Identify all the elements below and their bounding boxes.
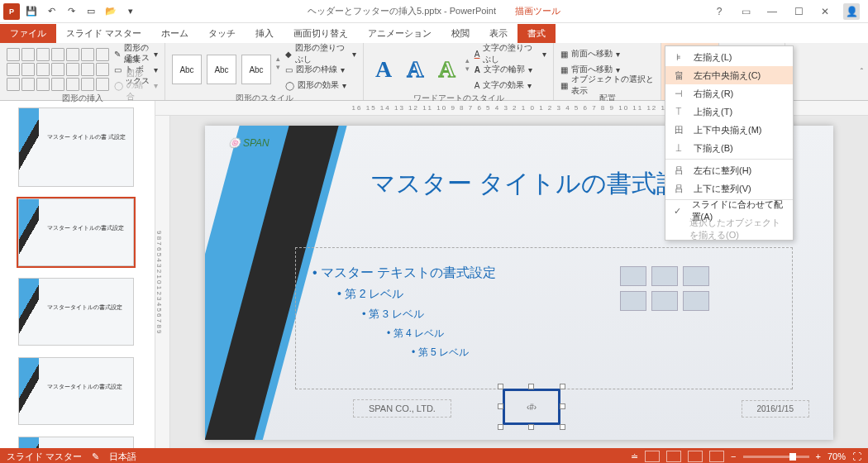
distribute-v-item[interactable]: 吕上下に整列(V) [665,179,793,198]
tab-format[interactable]: 書式 [517,24,556,43]
undo-icon[interactable]: ↶ [43,3,60,20]
zoom-level[interactable]: 70% [827,451,846,461]
tab-review[interactable]: 校閲 [441,24,479,43]
master-thumb-1[interactable]: マスター タイトルの書 式設定 [18,107,134,187]
text-fill-button[interactable]: A 文字の塗りつぶし ▾ [475,46,546,61]
ribbon-tabs: ファイル スライド マスター ホーム タッチ 挿入 画面切り替え アニメーション… [0,23,868,43]
tab-animations[interactable]: アニメーション [358,24,441,43]
smartart-icon[interactable] [683,266,709,286]
status-bar: スライド マスター ✎ 日本語 ≐ − + 70% ⛶ [0,448,868,463]
slide-master-thumbnails[interactable]: マスター タイトルの書 式設定 マスター タイトルの書式設定 マスタータイトルの… [0,101,155,448]
account-icon[interactable]: 👤 [843,3,860,20]
fit-to-window-icon[interactable]: ⛶ [852,451,861,461]
slide-number-placeholder[interactable]: ‹#› [503,389,560,425]
zoom-in-button[interactable]: + [816,451,821,461]
shape-style-gallery[interactable]: AbcAbcAbc ▴▾ [172,55,280,84]
layout-thumb-3[interactable]: マスタータイトルの書式設定 [18,278,134,346]
bullet-level-4: • 第 4 レベル [387,327,784,341]
text-effects-button[interactable]: A 文字の効果 ▾ [475,78,546,93]
reading-view-icon[interactable] [688,451,703,462]
group-label: 図形の挿入 [7,93,158,104]
zoom-slider[interactable] [743,456,809,458]
tab-view[interactable]: 表示 [479,24,517,43]
notes-button[interactable]: ≐ [631,451,638,462]
merge-shapes-button[interactable]: ◯ 図形の結合 ▾ [114,78,158,93]
zoom-out-button[interactable]: − [731,451,736,461]
open-icon[interactable]: 📂 [103,3,119,20]
layout-thumb-4[interactable]: マスタータイトルの書式設定 [18,357,134,425]
tab-home[interactable]: ホーム [151,24,198,43]
app-icon[interactable]: P [3,3,20,20]
window-controls: ? ▭ — ☐ ✕ 👤 [711,3,868,20]
start-icon[interactable]: ▭ [83,3,99,20]
save-icon[interactable]: 💾 [23,3,40,20]
align-left-item[interactable]: ⊧左揃え(L) [665,48,793,66]
group-wordart-styles: A A A ▴▾ A 文字の塗りつぶし ▾ A 文字の輪郭 ▾ A 文字の効果 … [364,43,554,100]
bullet-level-3: • 第 3 レベル [362,307,784,322]
align-dropdown: ⊧左揃え(L) 畠左右中央揃え(C) ⊣右揃え(R) ⟙上揃え(T) 田上下中央… [665,45,794,241]
qat-more-icon[interactable]: ▾ [122,3,139,20]
master-body-placeholder[interactable]: • マスター テキストの書式設定 • 第 2 レベル • 第 3 レベル • 第… [296,248,792,389]
spellcheck-icon[interactable]: ✎ [92,451,99,462]
video-icon[interactable] [683,291,709,311]
separator [665,159,793,160]
tab-insert[interactable]: 挿入 [246,24,284,43]
wordart-gallery[interactable]: A A A ▴▾ [370,56,470,83]
text-outline-button[interactable]: A 文字の輪郭 ▾ [475,62,546,77]
footer-company-placeholder[interactable]: SPAN CO., LTD. [354,400,451,417]
bring-forward-button[interactable]: ▦ 前面へ移動 ▾ [560,46,654,61]
content-placeholder-icons[interactable] [620,266,709,311]
minimize-icon[interactable]: — [764,3,780,20]
redo-icon[interactable]: ↷ [63,3,79,20]
picture-icon[interactable] [620,291,646,311]
maximize-icon[interactable]: ☐ [790,3,807,20]
shapes-gallery[interactable] [7,48,109,91]
group-insert-shapes: ✎ 図形の編集 ▾ ▭ テキスト ボックス ▾ ◯ 図形の結合 ▾ 図形の挿入 [0,43,165,100]
normal-view-icon[interactable] [645,451,660,462]
group-shape-styles: AbcAbcAbc ▴▾ ◆ 図形の塗りつぶし ▾ ▭ 図形の枠線 ▾ ◯ 図形… [165,43,364,100]
slideshow-view-icon[interactable] [709,451,724,462]
collapse-ribbon-icon[interactable]: ˆ [861,68,863,77]
bullet-level-2: • 第 2 レベル [337,287,784,302]
tab-touch[interactable]: タッチ [198,24,246,43]
align-bottom-item[interactable]: ⟘下揃え(B) [665,139,793,157]
selection-pane-button[interactable]: ▦ オブジェクトの選択と表示 [560,78,654,93]
tab-slide-master[interactable]: スライド マスター [56,24,151,43]
language-label[interactable]: 日本語 [109,451,136,463]
distribute-h-item[interactable]: 吕左右に整列(H) [665,161,793,179]
align-middle-v-item[interactable]: 田上下中央揃え(M) [665,121,793,139]
window-title: ヘッダーとフッターの挿入5.pptx - PowerPoint 描画ツール [308,5,560,17]
close-icon[interactable]: ✕ [817,3,833,20]
shape-fill-button[interactable]: ◆ 図形の塗りつぶし ▾ [285,46,356,61]
bullet-level-5: • 第 5 レベル [412,346,784,360]
date-placeholder[interactable]: 2016/1/15 [742,401,809,417]
align-top-item[interactable]: ⟙上揃え(T) [665,103,793,121]
align-selected-item: 選択したオブジェクトを揃える(O) [665,220,793,238]
master-title-placeholder[interactable]: マスター タイトルの書式設 [370,167,681,201]
vertical-ruler: 9 8 7 6 5 4 3 2 1 0 1 2 3 4 5 6 7 8 9 [155,116,170,448]
align-center-h-item[interactable]: 畠左右中央揃え(C) [665,66,793,84]
title-bar: P 💾 ↶ ↷ ▭ 📂 ▾ ヘッダーとフッターの挿入5.pptx - Power… [0,0,868,23]
context-tab-label: 描画ツール [515,6,560,16]
table-icon[interactable] [620,266,646,286]
shape-effects-button[interactable]: ◯ 図形の効果 ▾ [285,78,356,93]
layout-thumb-2[interactable]: マスター タイトルの書式設定 [18,198,134,266]
quick-access-toolbar: P 💾 ↶ ↷ ▭ 📂 ▾ [0,3,139,20]
help-icon[interactable]: ? [711,3,727,20]
bullet-level-1: • マスター テキストの書式設定 [312,265,784,282]
align-right-item[interactable]: ⊣右揃え(R) [665,84,793,103]
sorter-view-icon[interactable] [666,451,681,462]
online-picture-icon[interactable] [651,291,678,311]
tab-file[interactable]: ファイル [0,24,56,43]
tab-transitions[interactable]: 画面切り替え [284,24,358,43]
view-mode-label: スライド マスター [7,451,82,463]
group-arrange: ▦ 前面へ移動 ▾ ▦ 背面へ移動 ▾ ▦ オブジェクトの選択と表示 配置 [554,43,661,100]
layout-thumb-5[interactable]: マスタータイトルの書式設定 [18,437,134,448]
chart-icon[interactable] [651,266,678,286]
slide-logo: 🍥 SPAN [228,137,269,150]
shape-outline-button[interactable]: ▭ 図形の枠線 ▾ [285,62,356,77]
ribbon-options-icon[interactable]: ▭ [737,3,754,20]
